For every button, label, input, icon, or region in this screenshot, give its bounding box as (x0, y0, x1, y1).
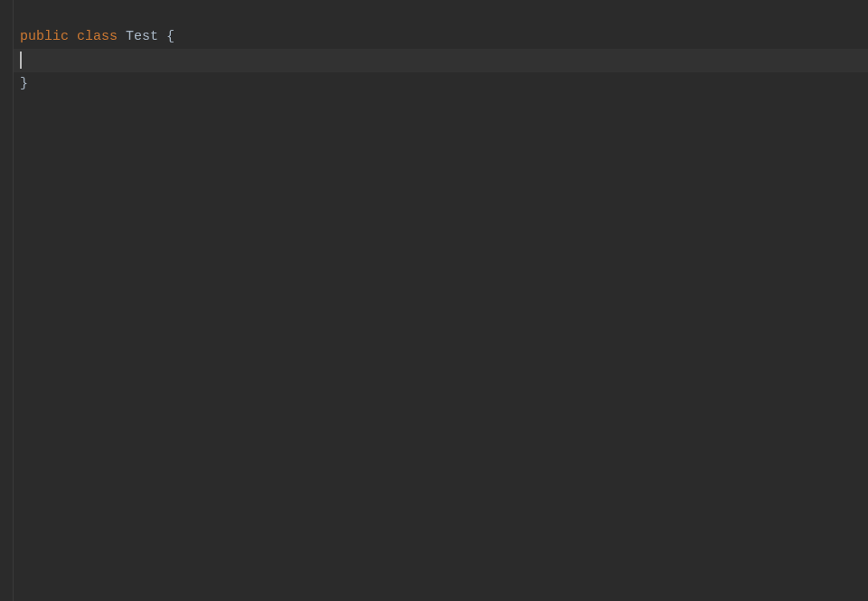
token-plain (69, 29, 77, 44)
code-line-3[interactable]: } (14, 72, 868, 96)
token-brace: } (20, 76, 28, 91)
token-plain (158, 29, 166, 44)
token-keyword: class (77, 29, 118, 44)
token-identifier: Test (126, 29, 158, 44)
editor-gutter (0, 0, 14, 601)
code-line-1[interactable]: public class Test { (14, 25, 868, 49)
editor-container: public class Test {} (0, 0, 868, 601)
text-cursor (20, 52, 22, 69)
token-keyword: public (20, 29, 69, 44)
token-plain (118, 29, 126, 44)
token-brace: { (166, 29, 175, 44)
code-area[interactable]: public class Test {} (14, 0, 868, 601)
code-line-2[interactable] (14, 49, 868, 72)
